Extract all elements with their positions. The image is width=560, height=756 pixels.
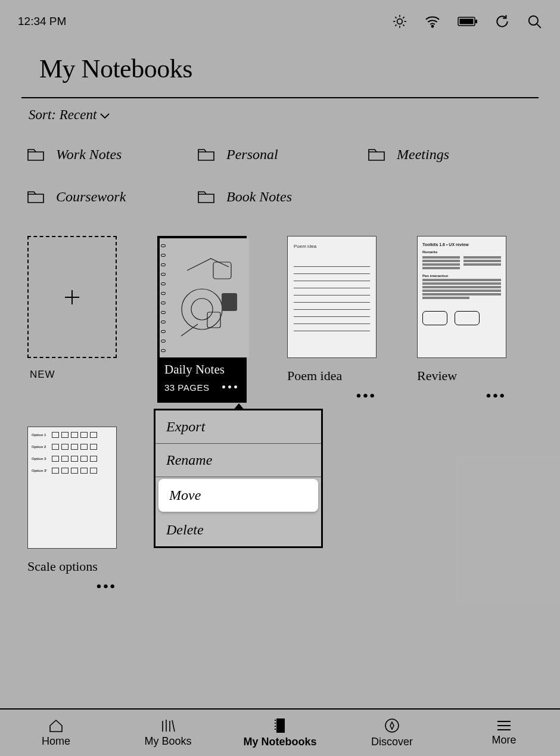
notebook-thumb: Poem idea [287,236,377,358]
more-icon[interactable]: ••• [417,388,506,404]
svg-point-0 [397,19,403,24]
nav-home[interactable]: Home [0,710,112,756]
notebook-title: Scale options [27,559,117,574]
menu-rename[interactable]: Rename [155,444,321,477]
folder-book-notes[interactable]: Book Notes [198,189,368,205]
nav-label: Discover [371,736,413,748]
header-divider [21,97,539,98]
folder-coursework[interactable]: Coursework [27,189,198,205]
folder-label: Meetings [397,147,449,163]
menu-delete[interactable]: Delete [155,514,321,546]
thumb-title: Poem idea [294,244,370,249]
svg-line-23 [172,720,175,732]
nav-label: More [491,734,516,746]
header: My Notebooks [21,54,539,98]
svg-line-5 [395,17,396,18]
folder-list: Work Notes Personal Meetings Coursework … [27,147,539,205]
notebook-thumb: Toolkits 1.6 • UX review Remarks Pen int… [417,236,506,358]
notebook-grid-row2: Option 1 Option 2 Option 3 Option 3' Sca… [27,427,117,595]
svg-rect-24 [276,718,285,733]
wifi-icon[interactable] [424,15,441,28]
notebook-scale-options[interactable]: Option 1 Option 2 Option 3 Option 3' Sca… [27,427,117,595]
notebook-review[interactable]: Toolkits 1.6 • UX review Remarks Pen int… [417,236,506,404]
folder-work-notes[interactable]: Work Notes [27,147,198,163]
notebook-title: Review [417,369,506,383]
folder-icon [27,191,44,204]
menu-move[interactable]: Move [158,479,318,512]
notebook-grid: NEW Daily Notes 33 PAGES ••• [27,236,539,404]
notebook-daily-notes[interactable]: Daily Notes 33 PAGES ••• [157,236,247,404]
svg-point-16 [191,298,213,320]
nav-label: Home [42,735,70,748]
notebook-title: Daily Notes [164,362,239,377]
brightness-icon[interactable] [392,14,407,29]
page-title: My Notebooks [21,54,539,84]
svg-line-14 [537,24,541,28]
svg-point-9 [432,26,434,27]
nav-my-notebooks[interactable]: My Notebooks [224,710,336,756]
more-icon[interactable]: ••• [287,388,377,404]
notebook-title: Poem idea [287,369,377,383]
compass-icon [384,718,400,733]
menu-icon [496,720,512,732]
folder-label: Work Notes [56,147,122,163]
folder-icon [27,148,44,161]
nav-label: My Notebooks [243,736,316,748]
svg-rect-28 [275,729,276,730]
nav-my-books[interactable]: My Books [112,710,224,756]
sort-dropdown[interactable]: Sort: Recent [29,107,110,123]
plus-icon [65,290,79,304]
more-icon[interactable]: ••• [27,578,117,595]
notebook-thumb [160,238,249,357]
notebook-icon [273,718,287,733]
svg-rect-25 [275,720,276,721]
folder-icon [198,148,214,161]
new-notebook-thumb [27,236,117,358]
nav-label: My Books [144,735,191,748]
menu-export[interactable]: Export [155,410,321,444]
folder-label: Book Notes [226,189,292,205]
nav-discover[interactable]: Discover [336,710,448,756]
home-icon [48,718,64,733]
folder-icon [198,191,214,204]
notebook-poem-idea[interactable]: Poem idea Poem idea ••• [287,236,377,404]
svg-point-13 [529,16,538,25]
svg-line-7 [395,24,396,26]
status-time: 12:34 PM [18,15,66,28]
svg-rect-11 [460,19,474,24]
context-menu: Export Rename Move Delete [154,409,323,548]
new-notebook-button[interactable]: NEW [27,236,117,404]
notebook-caption: Daily Notes 33 PAGES ••• [160,357,244,400]
svg-rect-18 [222,293,237,311]
new-label: NEW [30,369,117,381]
sync-icon[interactable] [494,14,510,29]
folder-personal[interactable]: Personal [198,147,368,163]
books-icon [160,718,176,733]
svg-marker-30 [390,722,394,729]
sort-label: Sort: Recent [29,107,97,123]
more-icon[interactable]: ••• [222,381,239,394]
svg-line-6 [403,24,404,26]
svg-rect-12 [475,20,477,23]
folder-label: Coursework [56,189,126,205]
bottom-nav: Home My Books My Notebooks Discover More [0,708,560,756]
thumb-title: Toolkits 1.6 • UX review [422,242,501,247]
notebook-pages: 33 PAGES [164,382,209,393]
nav-more[interactable]: More [448,710,560,756]
status-bar: 12:34 PM [0,0,560,43]
svg-rect-27 [275,726,276,727]
notebook-thumb: Option 1 Option 2 Option 3 Option 3' [27,427,117,549]
svg-rect-17 [213,262,231,279]
svg-point-15 [182,289,222,329]
search-icon[interactable] [527,14,542,29]
svg-rect-26 [275,723,276,724]
svg-line-8 [403,17,404,18]
chevron-down-icon [100,107,110,123]
folder-meetings[interactable]: Meetings [368,147,539,163]
folder-label: Personal [226,147,278,163]
folder-icon [368,148,385,161]
battery-icon[interactable] [458,16,478,27]
